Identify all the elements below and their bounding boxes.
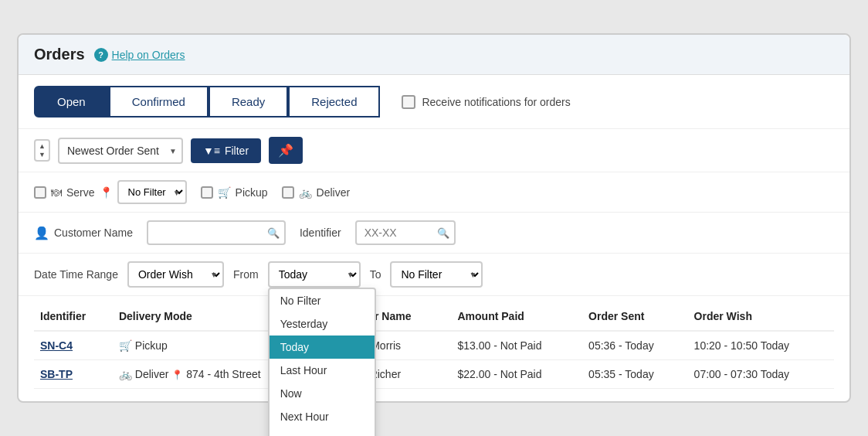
customer-name-label: Customer Name (54, 227, 133, 239)
page-title: Orders (34, 46, 85, 63)
deliver-filter: 🚲 Deliver (282, 186, 351, 199)
col-identifier: Identifier (34, 302, 113, 331)
date-range-label: Date Time Range (34, 268, 118, 281)
customer-name-label-group: 👤 Customer Name (34, 226, 133, 240)
row2-address: 874 - 4th Street (186, 368, 261, 380)
from-dropdown-menu: No Filter Yesterday Today Last Hour Now … (268, 288, 376, 436)
table-row: SN-C4 🛒 Pickup 👤 John Morris $13.00 - No… (34, 331, 834, 360)
customer-search-wrap: 🔍 (147, 220, 286, 245)
from-dropdown-container: No Filter Yesterday Today Last Hour Now … (268, 261, 361, 288)
deliver-mode-icon: 🚲 (119, 368, 132, 380)
filter-button[interactable]: ▼≡ Filter (191, 138, 261, 163)
person-icon: 👤 (34, 226, 49, 240)
serve-select-wrapper: No Filter (117, 180, 187, 204)
serve-filter: 🍽 Serve 📍 No Filter (34, 180, 187, 204)
row1-order-wish: 10:20 - 10:50 Today (688, 331, 834, 360)
row2-order-sent: 05:35 - Today (582, 360, 688, 389)
row1-delivery-text: Pickup (135, 339, 168, 352)
customer-search-icon: 🔍 (267, 227, 280, 239)
header: Orders ? Help on Orders (19, 35, 849, 75)
pickup-mode-icon: 🛒 (119, 339, 132, 352)
col-order-wish: Order Wish (688, 302, 834, 331)
tab-rejected[interactable]: Rejected (288, 86, 380, 118)
serve-label: 🍽 (51, 186, 62, 199)
pickup-filter: 🛒 Pickup (201, 186, 268, 199)
tabs-row: Open Confirmed Ready Rejected Receive no… (19, 75, 849, 129)
sort-select[interactable]: Newest Order Sent Oldest Order Sent (58, 138, 183, 164)
dropdown-item-tomorrow[interactable]: Tomorrow (270, 428, 375, 436)
filter-button-label: Filter (225, 145, 249, 157)
identifier-label: Identifier (300, 227, 341, 239)
serve-select[interactable]: No Filter (117, 180, 187, 204)
pickup-checkbox[interactable] (201, 186, 213, 199)
order-link-sn-c4[interactable]: SN-C4 (40, 339, 73, 352)
row2-order-wish: 07:00 - 07:30 Today (688, 360, 834, 389)
orders-table: Identifier Delivery Mode Customer Name A… (34, 302, 834, 389)
identifier-search-wrap: 🔍 (355, 220, 456, 245)
identifier-search-icon: 🔍 (437, 227, 449, 239)
location-icon: 📍 (100, 186, 113, 199)
row1-order-sent: 05:36 - Today (582, 331, 688, 360)
date-row: Date Time Range Order Wish Order Sent Fr… (19, 254, 849, 296)
to-label: To (370, 268, 381, 281)
search-row: 👤 Customer Name 🔍 Identifier 🔍 (19, 213, 849, 254)
date-type-select[interactable]: Order Wish Order Sent (127, 261, 224, 288)
notifications-checkbox[interactable] (402, 95, 415, 109)
pin-button[interactable]: 📌 (269, 137, 303, 164)
main-window: Orders ? Help on Orders Open Confirmed R… (17, 33, 851, 403)
dropdown-item-no-filter[interactable]: No Filter (270, 289, 375, 312)
dropdown-item-yesterday[interactable]: Yesterday (270, 312, 375, 336)
row1-amount: $13.00 - Not Paid (452, 331, 583, 360)
order-link-sb-tp[interactable]: SB-TP (40, 368, 73, 380)
dropdown-item-last-hour[interactable]: Last Hour (270, 359, 375, 382)
serve-checkbox[interactable] (34, 186, 46, 199)
row2-amount: $22.00 - Not Paid (452, 360, 583, 389)
row2-location-icon: 📍 (171, 370, 183, 380)
from-select[interactable]: No Filter Yesterday Today Last Hour Now … (268, 261, 361, 288)
table-header-row: Identifier Delivery Mode Customer Name A… (34, 302, 834, 331)
to-select[interactable]: No Filter Yesterday Today Last Hour Now … (390, 261, 483, 288)
sort-down-icon: ▼ (39, 151, 46, 159)
orders-table-area: Identifier Delivery Mode Customer Name A… (19, 302, 849, 401)
pickup-text: Pickup (236, 186, 268, 199)
col-amount-paid: Amount Paid (452, 302, 583, 331)
from-select-wrapper: No Filter Yesterday Today Last Hour Now … (268, 261, 361, 288)
type-row: 🍽 Serve 📍 No Filter 🛒 Pickup 🚲 Deliver (19, 172, 849, 213)
tab-open[interactable]: Open (34, 86, 109, 118)
row2-delivery-text: Deliver (135, 368, 169, 380)
deliver-checkbox[interactable] (282, 186, 294, 199)
dropdown-item-today[interactable]: Today (270, 336, 375, 359)
from-label: From (233, 268, 259, 281)
sort-select-wrapper: Newest Order Sent Oldest Order Sent (58, 138, 183, 164)
date-type-wrapper: Order Wish Order Sent (127, 261, 224, 288)
col-order-sent: Order Sent (582, 302, 688, 331)
help-link[interactable]: ? Help on Orders (94, 48, 185, 62)
notifications-label: Receive notifications for orders (422, 96, 570, 108)
to-select-wrapper: No Filter Yesterday Today Last Hour Now … (390, 261, 483, 288)
help-link-text: Help on Orders (112, 49, 185, 61)
deliver-icon: 🚲 (299, 186, 312, 199)
deliver-text: Deliver (317, 186, 351, 199)
dropdown-item-now[interactable]: Now (270, 382, 375, 405)
serve-text: Serve (66, 186, 95, 199)
sort-up-icon: ▲ (39, 142, 46, 151)
notifications-area: Receive notifications for orders (402, 95, 570, 109)
help-icon: ? (94, 48, 108, 62)
row1-identifier: SN-C4 (34, 331, 113, 360)
sort-arrows[interactable]: ▲ ▼ (34, 139, 50, 162)
dropdown-item-next-hour[interactable]: Next Hour (270, 405, 375, 428)
customer-name-input[interactable] (147, 220, 286, 245)
identifier-label-group: Identifier (300, 227, 341, 239)
table-row: SB-TP 🚲 Deliver 📍 874 - 4th Street 👤 Jac… (34, 360, 834, 389)
tab-ready[interactable]: Ready (209, 86, 288, 118)
pin-icon: 📌 (278, 144, 293, 157)
tab-confirmed[interactable]: Confirmed (109, 86, 209, 118)
filter-row: ▲ ▼ Newest Order Sent Oldest Order Sent … (19, 129, 849, 172)
filter-icon: ▼≡ (203, 145, 220, 157)
pickup-icon: 🛒 (218, 186, 231, 199)
row2-identifier: SB-TP (34, 360, 113, 389)
